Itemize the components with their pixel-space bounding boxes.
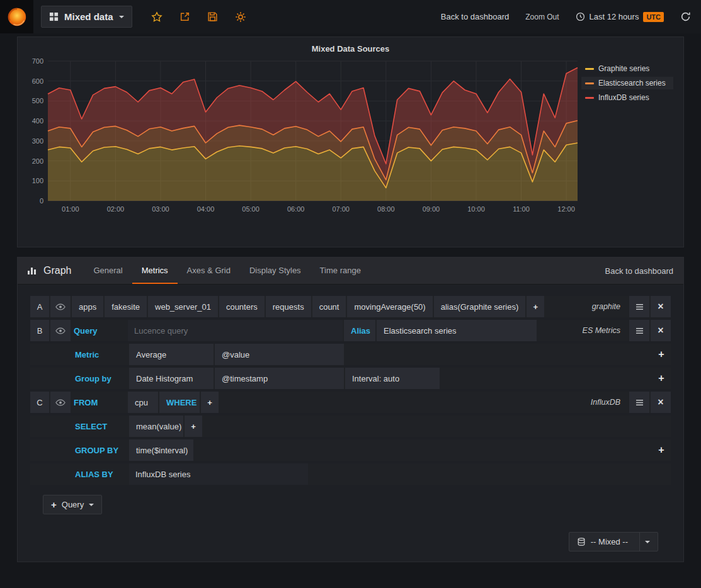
add-query-button[interactable]: + Query <box>43 495 102 514</box>
select-function-segment[interactable]: mean(value) <box>129 416 183 437</box>
graph-panel: Mixed Data Sources 010020030040050060070… <box>17 37 684 247</box>
metric-segment[interactable]: fakesite <box>105 296 147 317</box>
editor-panel-type-label: Graph <box>43 265 71 276</box>
dashboard-settings-button[interactable] <box>235 11 246 23</box>
legend-item-influxdb[interactable]: InfluxDB series <box>581 91 673 104</box>
chart-legend: Graphite series Elasticsearch series Inf… <box>581 57 673 216</box>
groupby-time-segment[interactable]: time($interval) <box>129 439 193 461</box>
tab-general[interactable]: General <box>84 257 132 284</box>
query-row-a: A apps fakesite web_server_01 counters r… <box>30 296 671 317</box>
legend-label: InfluxDB series <box>598 93 649 102</box>
toggle-query-visibility-button[interactable] <box>50 296 71 317</box>
row-indent <box>30 368 72 389</box>
svg-text:0: 0 <box>40 197 43 205</box>
function-segment[interactable]: movingAverage(50) <box>347 296 432 317</box>
tab-axes-grid[interactable]: Axes & Grid <box>178 257 240 284</box>
query-menu-button[interactable] <box>629 320 649 341</box>
alias-value-input[interactable]: Elasticsearch series <box>377 320 537 341</box>
groupby-type-segment[interactable]: Date Histogram <box>129 368 214 389</box>
time-range-label: Last 12 hours <box>590 12 639 21</box>
time-range-picker[interactable]: Last 12 hours UTC <box>576 12 664 22</box>
legend-item-elasticsearch[interactable]: Elasticsearch series <box>581 77 673 89</box>
metric-segment[interactable]: counters <box>219 296 265 317</box>
svg-text:05:00: 05:00 <box>242 205 259 213</box>
remove-query-button[interactable]: × <box>651 320 671 341</box>
metric-field-segment[interactable]: @value <box>215 344 344 365</box>
groupby-interval-segment[interactable]: Interval: auto <box>345 368 440 389</box>
svg-text:500: 500 <box>32 97 43 105</box>
function-segment[interactable]: alias(Graphite series) <box>434 296 526 317</box>
query-ref-letter: C <box>30 392 49 413</box>
toggle-query-visibility-button[interactable] <box>50 320 71 341</box>
metric-segment[interactable]: count <box>312 296 346 317</box>
add-query-row: + Query <box>43 495 671 514</box>
tab-time-range[interactable]: Time range <box>311 257 370 284</box>
where-keyword-segment[interactable]: WHERE <box>159 392 200 413</box>
query-ref-letter: B <box>30 320 49 341</box>
es-groupby-row: Group by Date Histogram @timestamp Inter… <box>30 368 671 389</box>
add-metric-button[interactable]: + <box>652 344 671 365</box>
panel-title[interactable]: Mixed Data Sources <box>24 41 677 57</box>
influx-select-row: SELECT mean(value) + <box>30 416 671 437</box>
query-menu-button[interactable] <box>629 296 649 317</box>
refresh-button[interactable] <box>680 11 691 22</box>
chevron-down-icon <box>645 541 650 543</box>
zoom-out-button[interactable]: Zoom Out <box>525 13 559 21</box>
add-where-condition-button[interactable]: + <box>201 392 219 413</box>
dashboard-grid-icon <box>49 12 59 21</box>
share-dashboard-button[interactable] <box>180 11 190 22</box>
editor-header: Graph General Metrics Axes & Grid Displa… <box>18 257 683 285</box>
add-groupby-button[interactable]: + <box>652 368 671 389</box>
remove-query-button[interactable]: × <box>651 296 671 317</box>
query-row-c: C FROM cpu WHERE + InfluxDB × <box>30 392 671 413</box>
influx-groupby-row: GROUP BY time($interval) + <box>30 439 671 461</box>
grafana-logo[interactable] <box>0 0 33 33</box>
datasource-label: InfluxDB <box>591 398 620 407</box>
alias-by-input[interactable] <box>129 463 308 485</box>
save-icon <box>207 11 218 22</box>
star-dashboard-button[interactable] <box>151 11 162 23</box>
from-measurement-segment[interactable]: cpu <box>128 392 158 413</box>
add-select-button[interactable]: + <box>185 416 202 437</box>
remove-query-button[interactable]: × <box>651 392 671 413</box>
svg-text:04:00: 04:00 <box>197 205 215 213</box>
series-color-swatch <box>585 68 594 70</box>
gear-icon <box>235 11 246 23</box>
eye-icon <box>55 399 66 406</box>
groupby-keyword: Group by <box>73 368 128 389</box>
metric-segment[interactable]: apps <box>72 296 103 317</box>
svg-text:07:00: 07:00 <box>332 205 350 213</box>
query-row-b: B Query Alias Elasticsearch series ES Me… <box>30 320 671 341</box>
back-to-dashboard-link[interactable]: Back to dashboard <box>441 12 509 21</box>
legend-item-graphite[interactable]: Graphite series <box>581 62 673 75</box>
eye-icon <box>55 303 66 310</box>
close-icon: × <box>658 302 663 312</box>
database-icon <box>577 537 586 546</box>
top-navbar: Mixed data Back to dashboard Zoo <box>0 0 701 33</box>
datasource-picker-button[interactable]: -- Mixed -- <box>569 532 658 551</box>
close-icon: × <box>658 325 663 336</box>
editor-back-to-dashboard-link[interactable]: Back to dashboard <box>605 257 683 284</box>
tab-display-styles[interactable]: Display Styles <box>240 257 311 284</box>
metric-agg-segment[interactable]: Average <box>129 344 214 365</box>
datasource-picker-row: -- Mixed -- <box>43 532 658 551</box>
metric-segment[interactable]: web_server_01 <box>148 296 218 317</box>
svg-text:08:00: 08:00 <box>377 205 395 213</box>
query-menu-button[interactable] <box>629 392 649 413</box>
toggle-query-visibility-button[interactable] <box>50 392 71 413</box>
save-dashboard-button[interactable] <box>207 11 218 22</box>
svg-text:12:00: 12:00 <box>557 205 575 213</box>
tab-metrics[interactable]: Metrics <box>132 257 178 284</box>
lucene-query-input[interactable] <box>128 320 343 341</box>
row-filler <box>309 463 670 485</box>
time-series-chart[interactable]: 010020030040050060070001:0002:0003:0004:… <box>24 57 581 216</box>
add-groupby-button[interactable]: + <box>652 439 671 461</box>
query-ref-letter: A <box>30 296 49 317</box>
add-function-button[interactable]: + <box>527 296 544 317</box>
groupby-field-segment[interactable]: @timestamp <box>215 368 344 389</box>
row-filler <box>345 344 651 365</box>
legend-label: Graphite series <box>598 64 649 73</box>
metric-segment[interactable]: requests <box>266 296 311 317</box>
dashboard-title-dropdown[interactable]: Mixed data <box>41 6 132 28</box>
datasource-area: ES Metrics <box>538 320 628 341</box>
